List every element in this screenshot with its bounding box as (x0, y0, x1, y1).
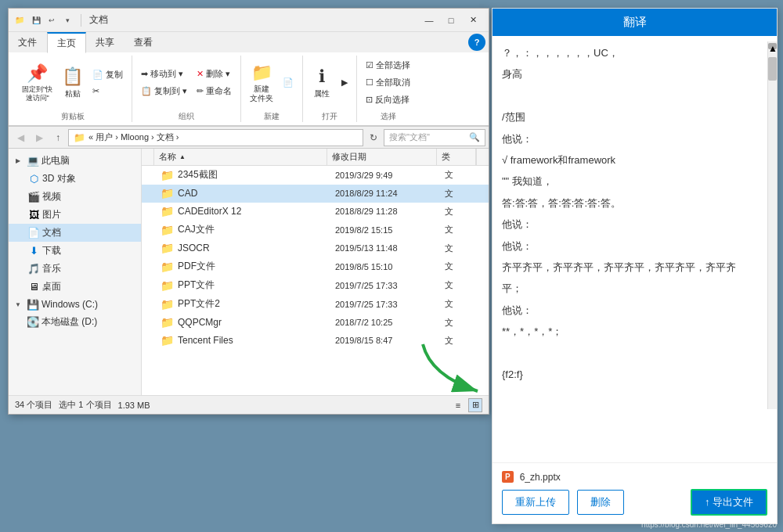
sidebar: ▶ 💻 此电脑 ⬡ 3D 对象 🎬 视频 🖼 图片 📄 文档 ⬇ (9, 149, 142, 395)
tab-view[interactable]: 查看 (124, 32, 163, 52)
maximize-button[interactable]: □ (440, 13, 462, 28)
content-line: 平； (502, 279, 767, 297)
content-line: ？，：，，，，，，UC， (502, 44, 767, 62)
content-line: 他说： (502, 130, 767, 148)
col-header-name[interactable]: 名称 ▲ (154, 149, 327, 165)
ribbon-group-new: 📁 新建文件夹 📄 新建 (241, 56, 303, 122)
file-name: JSOCR (178, 243, 335, 253)
downloads-label: 下载 (42, 244, 61, 257)
sidebar-item-video[interactable]: 🎬 视频 (9, 188, 141, 206)
properties-label: 属性 (314, 88, 330, 99)
file-item[interactable]: 📁 PPT文件2 2019/7/25 17:33 文 (142, 295, 489, 314)
open-button[interactable]: ▶ (337, 75, 352, 90)
folder-icon: 📁 (13, 14, 26, 27)
paste-button[interactable]: 📋 粘贴 (58, 63, 87, 103)
sidebar-item-computer[interactable]: ▶ 💻 此电脑 (9, 152, 141, 170)
help-button[interactable]: ? (468, 34, 485, 51)
reupload-button[interactable]: 重新上传 (502, 490, 569, 515)
new-folder-button[interactable]: 📁 新建文件夹 (246, 63, 277, 103)
details-view-button[interactable]: ≡ (451, 398, 465, 412)
select-all-icon: ☑ (366, 60, 373, 70)
window-title: 文档 (89, 13, 108, 27)
right-panel-content: ？，：，，，，，，UC， 身高 /范围 他说： √ framework和fram… (493, 36, 777, 462)
file-item[interactable]: 📁 QQPCMgr 2018/7/2 10:25 文 (142, 314, 489, 332)
copy-to-button[interactable]: 📋 复制到 ▾ (137, 83, 191, 99)
delete-button[interactable]: 删除 (577, 490, 624, 515)
content-line: 他说： (502, 237, 767, 255)
qat-dropdown[interactable]: ▾ (62, 15, 73, 26)
file-item[interactable]: 📁 PPT文件 2019/7/25 17:33 文 (142, 276, 489, 295)
file-item[interactable]: 📁 CAJ文件 2019/8/2 15:15 文 (142, 221, 489, 239)
cut-button[interactable]: ✂ (88, 84, 127, 99)
refresh-button[interactable]: ↻ (365, 129, 382, 146)
right-scrollbar[interactable]: ▲ (767, 41, 777, 409)
ribbon: 文件 主页 共享 查看 ? 📌 固定到"快速访问" 📋 粘贴 (9, 32, 489, 127)
clipboard-tools: 📌 固定到"快速访问" 📋 粘贴 📄 复制 ✂ (18, 56, 127, 110)
file-date: 2019/3/29 9:49 (335, 171, 445, 180)
rename-label: 重命名 (206, 85, 232, 97)
qat-undo[interactable]: ↩ (46, 15, 57, 26)
up-button[interactable]: ↑ (49, 129, 67, 146)
tab-file[interactable]: 文件 (9, 32, 47, 52)
file-item[interactable]: 📁 2345截图 2019/3/29 9:49 文 (142, 166, 489, 185)
title-bar: 📁 💾 ↩ ▾ 文档 — □ ✕ (9, 9, 489, 32)
scrollbar-thumb[interactable] (768, 57, 777, 81)
export-button[interactable]: ↑ 导出文件 (691, 489, 767, 516)
tiles-view-button[interactable]: ⊞ (468, 398, 482, 412)
file-date: 2019/7/25 17:33 (335, 281, 445, 290)
file-item[interactable]: 📁 JSOCR 2019/5/13 11:48 文 (142, 239, 489, 257)
sidebar-item-c-drive[interactable]: ▼ 💾 Windows (C:) (9, 296, 141, 313)
file-date: 2018/8/29 11:24 (335, 189, 445, 198)
new-item-button[interactable]: 📄 (279, 75, 298, 90)
sidebar-item-downloads[interactable]: ⬇ 下载 (9, 242, 141, 260)
downloads-icon: ⬇ (27, 245, 40, 257)
invert-button[interactable]: ⊡ 反向选择 (362, 92, 414, 108)
delete-button[interactable]: ✕ 删除 ▾ (193, 66, 236, 82)
rename-button[interactable]: ✏ 重命名 (193, 83, 236, 99)
move-to-button[interactable]: ➡ 移动到 ▾ (137, 66, 191, 82)
forward-button[interactable]: ▶ (31, 129, 48, 146)
open-col: ▶ (337, 75, 352, 90)
address-field[interactable]: 📁 « 用户 › Mloong › 文档 › (68, 129, 363, 146)
select-all-button[interactable]: ☑ 全部选择 (362, 57, 414, 74)
address-bar: ◀ ▶ ↑ 📁 « 用户 › Mloong › 文档 › ↻ 搜索"文档" 🔍 (9, 127, 489, 149)
file-item[interactable]: 📁 Tencent Files 2019/8/15 8:47 文 (142, 332, 489, 350)
footer-file-row: P 6_zh.pptx (502, 471, 767, 483)
cut-icon: ✂ (92, 86, 99, 96)
minimize-button[interactable]: — (418, 13, 440, 28)
footer-buttons: 重新上传 删除 ↑ 导出文件 (502, 489, 767, 516)
close-button[interactable]: ✕ (462, 13, 484, 28)
properties-button[interactable]: ℹ 属性 (308, 63, 336, 103)
explorer-window: 📁 💾 ↩ ▾ 文档 — □ ✕ 文件 主页 共享 查看 ? (8, 8, 489, 415)
col-header-type[interactable]: 类 (437, 149, 476, 165)
sidebar-item-music[interactable]: 🎵 音乐 (9, 260, 141, 278)
new-label: 新建 (264, 110, 280, 122)
tab-share[interactable]: 共享 (86, 32, 124, 52)
search-icon: 🔍 (469, 132, 480, 142)
col-header-date[interactable]: 修改日期 (327, 149, 437, 165)
sidebar-item-3d[interactable]: ⬡ 3D 对象 (9, 170, 141, 188)
file-item[interactable]: 📁 CAD 2018/8/29 11:24 文 (142, 185, 489, 203)
expand-icon: ▶ (12, 155, 24, 167)
delete-icon: ✕ (197, 69, 204, 79)
ribbon-group-clipboard: 📌 固定到"快速访问" 📋 粘贴 📄 复制 ✂ (13, 56, 132, 122)
deselect-button[interactable]: ☐ 全部取消 (362, 74, 414, 91)
main-area: ▶ 💻 此电脑 ⬡ 3D 对象 🎬 视频 🖼 图片 📄 文档 ⬇ (9, 149, 489, 395)
file-item[interactable]: 📁 CADEditorX 12 2018/8/29 11:28 文 (142, 203, 489, 221)
file-item[interactable]: 📁 PDF文件 2019/8/5 15:10 文 (142, 257, 489, 276)
copy-button[interactable]: 📄 复制 (88, 66, 127, 83)
folder-icon: 📁 (159, 169, 175, 182)
tab-home[interactable]: 主页 (47, 32, 86, 53)
search-field[interactable]: 搜索"文档" 🔍 (384, 129, 485, 146)
translate-button[interactable]: 翻译 (623, 15, 647, 30)
properties-icon: ℹ (319, 66, 325, 87)
qat-save[interactable]: 💾 (31, 15, 41, 26)
back-button[interactable]: ◀ (12, 129, 29, 146)
paste-label: 粘贴 (65, 88, 81, 99)
sidebar-item-pictures[interactable]: 🖼 图片 (9, 206, 141, 224)
col-date-label: 修改日期 (332, 151, 366, 163)
pin-button[interactable]: 📌 固定到"快速访问" (18, 63, 56, 103)
sidebar-item-documents[interactable]: 📄 文档 (9, 224, 141, 242)
sidebar-item-desktop[interactable]: 🖥 桌面 (9, 278, 141, 296)
sidebar-item-d-drive[interactable]: ▶ 💽 本地磁盘 (D:) (9, 313, 141, 331)
